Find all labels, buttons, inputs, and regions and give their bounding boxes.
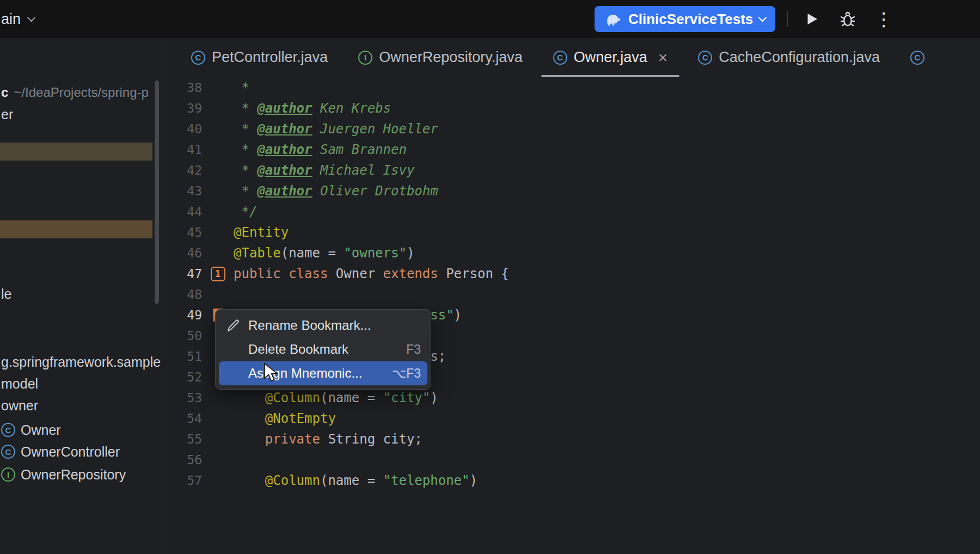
tree-item[interactable]: er bbox=[1, 104, 162, 124]
run-configuration-label: ClinicServiceTests bbox=[628, 11, 753, 28]
code-line[interactable]: 41 * @author Sam Brannen bbox=[164, 139, 980, 160]
tab-owner-java[interactable]: COwner.java× bbox=[538, 38, 683, 77]
class-icon: C bbox=[1, 445, 15, 459]
line-number[interactable]: 52 bbox=[164, 370, 202, 384]
line-number[interactable]: 38 bbox=[164, 81, 202, 95]
line-number[interactable]: 44 bbox=[164, 205, 202, 219]
code-token: extends bbox=[383, 266, 446, 281]
project-root-row[interactable]: c~/IdeaProjects/spring-p bbox=[1, 83, 162, 102]
class-icon: C bbox=[1, 423, 15, 437]
code-line[interactable]: 53 @Column(name = "city") bbox=[164, 387, 980, 408]
line-number[interactable]: 50 bbox=[164, 329, 202, 343]
line-number[interactable]: 48 bbox=[164, 287, 202, 301]
code-token: @Column bbox=[265, 390, 320, 405]
tree-item[interactable]: le bbox=[1, 284, 162, 304]
line-number[interactable]: 42 bbox=[164, 163, 202, 177]
code-line[interactable]: 43 * @author Oliver Drotbohm bbox=[164, 181, 980, 201]
line-number[interactable]: 57 bbox=[164, 473, 202, 488]
line-number[interactable]: 39 bbox=[164, 101, 202, 115]
code-line[interactable]: 38 * bbox=[164, 77, 980, 98]
highlighted-row[interactable] bbox=[0, 143, 152, 161]
tree-item-ownercontroller[interactable]: COwnerController bbox=[1, 442, 162, 461]
code-text: @Table(name = "owners") bbox=[234, 245, 414, 261]
code-token: @author bbox=[257, 183, 312, 199]
run-button[interactable] bbox=[800, 7, 824, 31]
chevron-down-icon bbox=[758, 13, 767, 22]
line-number[interactable]: 43 bbox=[164, 184, 202, 198]
line-number[interactable]: 51 bbox=[164, 349, 202, 364]
menu-item-assign-mnemonic[interactable]: Assign Mnemonic...⌥F3 bbox=[219, 361, 427, 385]
code-token: @author bbox=[257, 101, 312, 116]
line-number[interactable]: 41 bbox=[164, 143, 202, 157]
code-token: ) bbox=[470, 473, 477, 488]
run-configuration-button[interactable]: ClinicServiceTests bbox=[595, 6, 775, 32]
code-line[interactable]: 46@Table(name = "owners") bbox=[164, 243, 980, 263]
class-icon: C bbox=[553, 51, 567, 65]
line-number[interactable]: 54 bbox=[164, 411, 202, 426]
line-number[interactable]: 47 bbox=[164, 267, 202, 281]
tree-item-owner[interactable]: COwner bbox=[1, 420, 162, 440]
code-token: @Entity bbox=[234, 225, 289, 240]
code-token: Juergen Hoeller bbox=[313, 121, 438, 137]
tab-petcontroller-java[interactable]: CPetController.java bbox=[176, 38, 343, 77]
code-text: public class Owner extends Person { bbox=[234, 266, 509, 281]
kebab-icon: ⋮ bbox=[874, 10, 893, 28]
line-number[interactable]: 56 bbox=[164, 453, 202, 467]
code-text: * bbox=[234, 80, 249, 95]
code-text: * @author Michael Isvy bbox=[234, 163, 414, 178]
tree-item-ownerrepository[interactable]: IOwnerRepository bbox=[1, 465, 162, 484]
code-line[interactable]: 45@Entity bbox=[164, 222, 980, 243]
code-token: Person { bbox=[446, 266, 509, 281]
close-tab-icon[interactable]: × bbox=[658, 50, 668, 66]
highlighted-row[interactable] bbox=[0, 220, 152, 238]
code-token: * bbox=[234, 80, 249, 95]
tree-item[interactable]: owner bbox=[1, 396, 162, 415]
code-token bbox=[234, 411, 265, 426]
code-line[interactable]: 471public class Owner extends Person { bbox=[164, 263, 980, 284]
code-token: String city; bbox=[328, 432, 422, 447]
menu-item-rename-bookmark[interactable]: Rename Bookmark... bbox=[219, 313, 427, 337]
mnemonic-bookmark-badge[interactable]: 1 bbox=[202, 267, 234, 281]
code-line[interactable]: 40 * @author Juergen Hoeller bbox=[164, 119, 980, 139]
code-line[interactable]: 55 private String city; bbox=[164, 429, 980, 450]
line-number[interactable]: 40 bbox=[164, 122, 202, 136]
code-text: private String city; bbox=[234, 432, 422, 447]
code-text: @NotEmpty bbox=[234, 411, 336, 426]
code-token: (name = bbox=[281, 245, 344, 261]
tree-item[interactable]: model bbox=[1, 374, 162, 393]
code-line[interactable]: 42 * @author Michael Isvy bbox=[164, 160, 980, 181]
debug-button[interactable] bbox=[836, 7, 860, 31]
code-line[interactable]: 56 bbox=[164, 450, 980, 470]
project-name-fragment: c bbox=[1, 85, 8, 100]
line-number[interactable]: 49 bbox=[164, 308, 202, 322]
code-token: Michael Isvy bbox=[313, 163, 415, 178]
code-line[interactable]: 48 bbox=[164, 284, 980, 305]
bookmark-context-menu: Rename Bookmark...Delete BookmarkF3Assig… bbox=[215, 309, 431, 390]
line-number[interactable]: 45 bbox=[164, 225, 202, 239]
vcs-branch-widget[interactable]: ain bbox=[1, 0, 34, 38]
code-token: Ken Krebs bbox=[313, 101, 391, 116]
menu-item-delete-bookmark[interactable]: Delete BookmarkF3 bbox=[219, 337, 427, 361]
tree-item-label: Owner bbox=[21, 422, 61, 438]
code-line[interactable]: 39 * @author Ken Krebs bbox=[164, 98, 980, 119]
line-number[interactable]: 55 bbox=[164, 432, 202, 446]
code-text: * @author Ken Krebs bbox=[234, 101, 391, 116]
line-number[interactable]: 46 bbox=[164, 246, 202, 260]
code-line[interactable]: 57 @Column(name = "telephone") bbox=[164, 470, 980, 491]
tree-item[interactable]: g.springframework.sample bbox=[1, 352, 162, 372]
more-actions-button[interactable]: ⋮ bbox=[872, 7, 896, 31]
tab-label: Owner.java bbox=[574, 49, 647, 66]
line-number[interactable]: 53 bbox=[164, 391, 202, 405]
code-line[interactable]: 54 @NotEmpty bbox=[164, 408, 980, 429]
tab-cacheconfiguration-java[interactable]: CCacheConfiguration.java bbox=[683, 38, 895, 77]
code-token: "owners" bbox=[344, 245, 407, 261]
code-line[interactable]: 44 */ bbox=[164, 201, 980, 222]
bug-icon bbox=[839, 10, 856, 28]
tab-overflow[interactable]: C bbox=[895, 38, 940, 77]
menu-shortcut: ⌥F3 bbox=[392, 366, 421, 381]
class-icon: C bbox=[191, 51, 205, 65]
code-token: * bbox=[234, 183, 257, 199]
code-token: * bbox=[234, 121, 257, 137]
tab-ownerrepository-java[interactable]: IOwnerRepository.java bbox=[343, 38, 538, 77]
play-icon bbox=[804, 11, 820, 27]
